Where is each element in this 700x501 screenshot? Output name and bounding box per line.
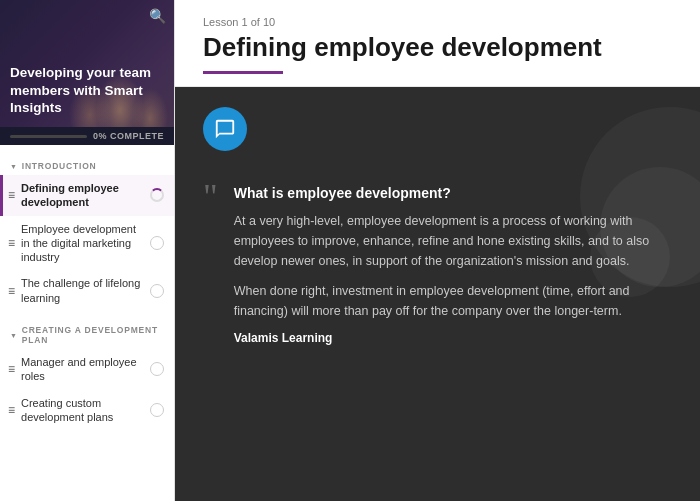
sidebar-navigation: ▼ INTRODUCTION ≡ Defining employee devel… xyxy=(0,145,174,501)
content-inner: " What is employee development? At a ver… xyxy=(175,87,700,373)
quote-body-paragraph-2: When done right, investment in employee … xyxy=(234,281,668,321)
lesson-title-underline xyxy=(203,71,283,74)
quote-content-block: What is employee development? At a very … xyxy=(234,185,668,345)
main-content-area: Lesson 1 of 10 Defining employee develop… xyxy=(175,0,700,501)
nav-section-introduction: ▼ INTRODUCTION xyxy=(0,153,174,175)
nav-item-manager-employee-roles[interactable]: ≡ Manager and employee roles xyxy=(0,349,174,390)
nav-item-lines-icon-4: ≡ xyxy=(8,362,15,376)
nav-item-defining-employee-development[interactable]: ≡ Defining employee development xyxy=(0,175,174,216)
chat-icon-bubble xyxy=(203,107,247,151)
nav-item-lines-icon: ≡ xyxy=(8,188,15,202)
quote-title: What is employee development? xyxy=(234,185,668,201)
progress-bar-container: 0% COMPLETE xyxy=(0,127,174,145)
course-title: Developing your team members with Smart … xyxy=(10,64,164,117)
lesson-title: Defining employee development xyxy=(203,32,672,63)
sidebar-hero: 🔍 Developing your team members with Smar… xyxy=(0,0,174,145)
nav-item-spinner xyxy=(150,188,164,202)
nav-item-lines-icon-3: ≡ xyxy=(8,284,15,298)
sidebar: 🔍 Developing your team members with Smar… xyxy=(0,0,175,501)
lesson-label: Lesson 1 of 10 xyxy=(203,16,672,28)
quote-body-paragraph-1: At a very high-level, employee developme… xyxy=(234,211,668,271)
quote-author: Valamis Learning xyxy=(234,331,668,345)
nav-item-check-circle-3 xyxy=(150,362,164,376)
chat-bubble-icon xyxy=(214,118,236,140)
search-icon[interactable]: 🔍 xyxy=(149,8,166,24)
quote-mark: " xyxy=(203,179,218,345)
nav-section-development-plan: ▼ CREATING A DEVELOPMENT PLAN xyxy=(0,317,174,349)
nav-item-challenge-lifelong-learning[interactable]: ≡ The challenge of lifelong learning xyxy=(0,270,174,311)
lesson-header: Lesson 1 of 10 Defining employee develop… xyxy=(175,0,700,87)
lesson-content: " What is employee development? At a ver… xyxy=(175,87,700,501)
nav-item-lines-icon-5: ≡ xyxy=(8,403,15,417)
section-arrow-icon-2: ▼ xyxy=(10,332,18,339)
nav-item-lines-icon-2: ≡ xyxy=(8,236,15,250)
nav-item-check-circle-2 xyxy=(150,284,164,298)
progress-track xyxy=(10,135,87,138)
section-arrow-icon: ▼ xyxy=(10,163,18,170)
progress-label: 0% COMPLETE xyxy=(93,131,164,141)
nav-item-creating-custom-plans[interactable]: ≡ Creating custom development plans xyxy=(0,390,174,431)
nav-item-employee-development-digital[interactable]: ≡ Employee development in the digital ma… xyxy=(0,216,174,271)
chat-icon-container xyxy=(203,107,247,151)
nav-item-check-circle-4 xyxy=(150,403,164,417)
nav-item-check-circle xyxy=(150,236,164,250)
